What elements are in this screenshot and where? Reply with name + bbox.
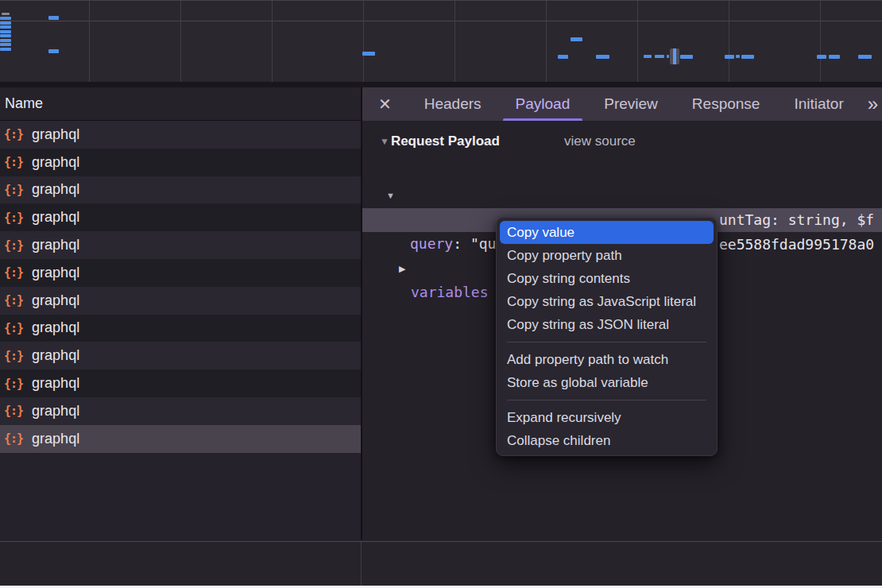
request-name: graphql xyxy=(32,237,79,253)
request-name: graphql xyxy=(32,431,79,447)
collapse-triangle-icon[interactable]: ▼ xyxy=(380,136,389,147)
timeline-request-bar xyxy=(0,21,11,25)
json-icon: {:} xyxy=(4,349,23,363)
request-payload-title: Request Payload xyxy=(391,133,500,149)
request-name: graphql xyxy=(32,265,79,281)
json-icon: {:} xyxy=(4,431,23,446)
menu-item-expand-recursively[interactable]: Expand recursively xyxy=(497,406,717,429)
request-row[interactable]: {:}graphql xyxy=(0,369,361,397)
tab-preview[interactable]: Preview xyxy=(602,87,660,121)
json-icon: {:} xyxy=(4,211,23,225)
request-name: graphql xyxy=(32,292,79,309)
view-source-link[interactable]: view source xyxy=(564,133,636,149)
timeline-gridline xyxy=(820,1,821,82)
timeline-request-bar xyxy=(0,48,11,51)
request-row[interactable]: {:}graphql xyxy=(0,203,361,231)
timeline-gridline xyxy=(546,1,547,82)
tab-response[interactable]: Response xyxy=(691,87,762,121)
operation-name-row[interactable]: operationName: "ipFlowTimeseries" xyxy=(362,184,882,207)
timeline-gridline xyxy=(637,1,638,82)
request-row[interactable]: {:}graphql xyxy=(0,425,361,453)
timeline-request-bar xyxy=(680,55,693,59)
request-row[interactable]: {:}graphql xyxy=(0,176,361,204)
timeline-request-bar xyxy=(0,17,11,20)
tab-headers[interactable]: Headers xyxy=(423,87,483,121)
request-row[interactable]: {:}graphql xyxy=(0,231,361,259)
payload-preview-row[interactable]: ▼ {operationName: "ipFlowTimeseries", va… xyxy=(362,160,882,184)
close-icon[interactable]: ✕ xyxy=(378,95,392,114)
timeline-gridline xyxy=(272,1,273,82)
timeline-request-bar xyxy=(667,55,669,58)
request-row[interactable]: {:}graphql xyxy=(0,287,361,315)
timeline-request-bar xyxy=(644,55,652,58)
overview-bottom-gap xyxy=(0,82,882,87)
timeline-gridline xyxy=(729,1,729,82)
timeline-request-bar xyxy=(858,55,872,59)
timeline-request-bar xyxy=(0,34,11,37)
timeline-request-bar xyxy=(0,43,11,46)
timeline-selection-bar xyxy=(673,48,676,64)
timeline-request-bar xyxy=(736,55,740,58)
footer-panel-divider xyxy=(361,540,362,586)
timeline-selection-marker xyxy=(670,48,679,64)
timeline-request-bar xyxy=(655,55,664,58)
property-value-right-fragment: untTag: string, $f xyxy=(719,208,874,232)
json-icon: {:} xyxy=(4,238,23,253)
menu-item-add-property-path-to-watch[interactable]: Add property path to watch xyxy=(497,348,717,371)
timeline-request-bar xyxy=(829,55,840,59)
request-name: graphql xyxy=(32,347,79,364)
menu-item-collapse-children[interactable]: Collapse children xyxy=(497,429,717,452)
menu-item-copy-string-contents[interactable]: Copy string contents xyxy=(497,267,717,290)
timeline-request-bar xyxy=(817,55,826,59)
json-icon: {:} xyxy=(4,183,23,197)
json-icon: {:} xyxy=(4,377,23,391)
property-key: variables xyxy=(411,280,489,304)
menu-item-copy-property-path[interactable]: Copy property path xyxy=(497,244,717,267)
request-row[interactable]: {:}graphql xyxy=(0,342,361,369)
timeline-request-bar xyxy=(2,13,10,15)
request-row[interactable]: {:}graphql xyxy=(0,315,361,342)
request-rows: {:}graphql{:}graphql{:}graphql{:}graphql… xyxy=(0,121,361,453)
timeline-gridline xyxy=(180,1,181,82)
request-row[interactable]: {:}graphql xyxy=(0,259,361,287)
timeline-request-bar xyxy=(362,52,375,56)
timeline-request-bar xyxy=(725,55,734,59)
timeline-request-bar xyxy=(0,30,11,33)
menu-item-copy-string-as-javascript-literal[interactable]: Copy string as JavaScript literal xyxy=(497,290,717,313)
json-icon: {:} xyxy=(4,265,23,280)
devtools-network-panel: Name {:}graphql{:}graphql{:}graphql{:}gr… xyxy=(0,0,882,588)
timeline-request-bar xyxy=(0,39,11,42)
menu-item-copy-value[interactable]: Copy value xyxy=(500,221,714,244)
request-name: graphql xyxy=(32,181,79,198)
request-name: graphql xyxy=(32,209,79,226)
menu-item-store-as-global-variable[interactable]: Store as global variable xyxy=(497,371,717,394)
timeline-gridline xyxy=(89,1,90,82)
request-list-empty-area xyxy=(0,453,361,540)
status-footer xyxy=(0,542,882,586)
tab-payload[interactable]: Payload xyxy=(514,87,572,121)
request-row[interactable]: {:}graphql xyxy=(0,149,361,176)
json-icon: {:} xyxy=(4,127,23,141)
request-row[interactable]: {:}graphql xyxy=(0,397,361,425)
timeline-request-bar xyxy=(571,37,582,41)
json-icon: {:} xyxy=(4,321,23,335)
json-icon: {:} xyxy=(4,293,23,308)
request-name: graphql xyxy=(32,375,79,392)
timeline-request-bar xyxy=(558,55,568,59)
menu-separator xyxy=(507,400,706,400)
collapsed-triangle-icon[interactable]: ▶ xyxy=(399,257,405,280)
request-row[interactable]: {:}graphql xyxy=(0,121,361,149)
request-name: graphql xyxy=(32,154,79,171)
name-column-header[interactable]: Name xyxy=(0,87,361,121)
panel-divider[interactable] xyxy=(361,87,362,540)
context-menu: Copy valueCopy property pathCopy string … xyxy=(496,217,718,456)
more-tabs-icon[interactable]: » xyxy=(868,95,878,114)
tab-initiator[interactable]: Initiator xyxy=(792,87,845,121)
network-overview-timeline[interactable] xyxy=(0,0,882,82)
timeline-gridline xyxy=(455,1,455,82)
menu-separator xyxy=(507,342,706,342)
timeline-request-bar xyxy=(48,49,59,53)
timeline-row-divider xyxy=(0,21,882,21)
request-payload-section-header[interactable]: ▼ Request Payload view source xyxy=(362,130,882,153)
menu-item-copy-string-as-json-literal[interactable]: Copy string as JSON literal xyxy=(497,313,717,336)
